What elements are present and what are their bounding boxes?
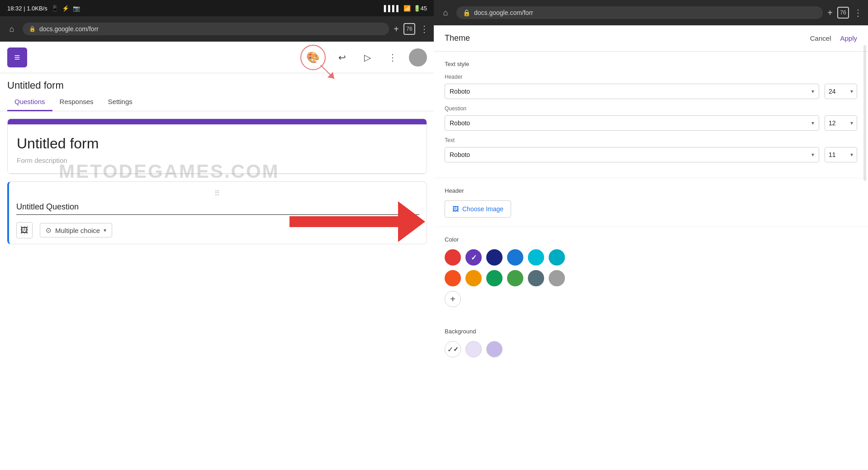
bg-swatch-dark[interactable] (486, 341, 503, 357)
forms-toolbar: ≡ 🎨 ↩ ▷ ⋮ (0, 42, 434, 73)
header-section-label: Header (445, 187, 857, 194)
browser-chrome-dark: ⌂ 🔒 docs.google.com/forr + 76 ⋮ (0, 16, 434, 42)
color-swatch-teal-cyan[interactable] (549, 249, 565, 266)
text-size-select[interactable]: 11 ▾ (825, 147, 857, 162)
palette-button[interactable]: 🎨 (300, 45, 326, 70)
color-swatch-navy[interactable] (486, 249, 503, 266)
palette-wrapper: 🎨 (300, 45, 326, 70)
theme-header: Theme Cancel Apply (434, 25, 868, 52)
color-swatch-orange[interactable] (445, 270, 461, 286)
header-font-select[interactable]: Roboto ▾ (445, 84, 819, 99)
color-swatch-grey[interactable] (549, 270, 565, 286)
bg-swatch-white[interactable]: ✓ (445, 341, 461, 357)
form-title-large[interactable]: Untitled form (17, 135, 417, 152)
color-swatch-blue[interactable] (507, 249, 523, 266)
tab-count-left[interactable]: 76 (403, 23, 415, 35)
chevron-header-size-icon: ▾ (850, 88, 853, 95)
home-icon[interactable]: ⌂ (5, 23, 18, 35)
url-text-right: docs.google.com/forr (474, 9, 533, 16)
color-swatch-teal[interactable] (486, 270, 503, 286)
text-style-section: Text style Header Roboto ▾ 24 ▾ Question… (434, 52, 868, 178)
right-panel: ⌂ 🔒 docs.google.com/forr + 76 ⋮ Theme Ca… (434, 0, 868, 470)
theme-panel: Theme Cancel Apply Text style Header Rob… (434, 25, 868, 470)
text-style-label: Text style (445, 61, 857, 67)
text-font-row: Roboto ▾ 11 ▾ (445, 147, 857, 162)
tab-responses[interactable]: Responses (52, 93, 101, 111)
lock-icon-right: 🔒 (463, 9, 470, 16)
scrollbar[interactable] (863, 45, 866, 181)
lock-icon: 🔒 (29, 26, 36, 32)
chevron-header-icon: ▾ (811, 88, 814, 95)
tab-settings[interactable]: Settings (101, 93, 140, 111)
header-sublabel: Header (445, 74, 857, 80)
background-section: Background ✓ (434, 321, 868, 365)
question-text[interactable]: Untitled Question (16, 202, 419, 215)
browser-menu-right[interactable]: ⋮ (854, 7, 863, 18)
choose-image-label: Choose Image (462, 205, 503, 213)
new-tab-icon[interactable]: + (394, 24, 399, 34)
chevron-down-icon: ▾ (104, 227, 106, 233)
text-font-select[interactable]: Roboto ▾ (445, 147, 819, 162)
question-size-select[interactable]: 12 ▾ (825, 115, 857, 131)
header-font-row: Roboto ▾ 24 ▾ (445, 84, 857, 99)
signal-icon: ▌▌▌▌ (384, 5, 401, 12)
color-swatch-green[interactable] (507, 270, 523, 286)
undo-button[interactable]: ↩ (333, 48, 351, 66)
text-font-name: Roboto (450, 151, 470, 158)
form-title: Untitled form (7, 80, 64, 91)
color-row-add: + (445, 291, 857, 307)
user-avatar[interactable] (409, 48, 427, 66)
header-font-name: Roboto (450, 88, 470, 95)
more-options-button[interactable]: ⋮ (384, 48, 402, 66)
chevron-text-size-icon: ▾ (850, 152, 853, 158)
bg-swatch-light[interactable] (465, 341, 482, 357)
tab-questions[interactable]: Questions (7, 93, 52, 111)
color-row-1 (445, 249, 857, 266)
background-row: ✓ (445, 341, 857, 357)
color-swatch-red[interactable] (445, 249, 461, 266)
question-font-select[interactable]: Roboto ▾ (445, 115, 819, 131)
image-placeholder-button[interactable]: 🖼 (16, 222, 33, 238)
apply-button[interactable]: Apply (840, 34, 857, 42)
home-icon-right[interactable]: ⌂ (439, 6, 452, 19)
tab-add-right[interactable]: + (827, 8, 833, 18)
whatsapp-icon: 📱 (51, 5, 58, 12)
color-swatch-cyan[interactable] (528, 249, 544, 266)
form-description[interactable]: Form description (17, 157, 417, 164)
send-button[interactable]: ▷ (358, 48, 376, 66)
url-bar-left[interactable]: 🔒 docs.google.com/forr (23, 23, 389, 35)
background-label: Background (445, 328, 857, 335)
form-tabs: Questions Responses Settings (0, 93, 434, 111)
color-swatch-bluegrey[interactable] (528, 270, 544, 286)
color-swatch-amber[interactable] (465, 270, 482, 286)
add-color-button[interactable]: + (445, 291, 461, 307)
header-size-select[interactable]: 24 ▾ (825, 84, 857, 99)
color-section: Color + (434, 227, 868, 321)
form-header-bar (8, 119, 427, 124)
text-sublabel: Text (445, 137, 857, 143)
header-image-section: Header 🖼 Choose Image (434, 178, 868, 227)
question-font-row: Roboto ▾ 12 ▾ (445, 115, 857, 131)
chevron-question-icon: ▾ (811, 120, 814, 126)
forms-logo: ≡ (7, 47, 27, 67)
question-type-row: 🖼 ⊙ Multiple choice ▾ (16, 222, 419, 238)
question-font-name: Roboto (450, 119, 470, 127)
color-section-label: Color (445, 236, 857, 243)
question-type-select[interactable]: ⊙ Multiple choice ▾ (40, 223, 112, 237)
browser-menu-left[interactable]: ⋮ (420, 24, 429, 34)
question-type-label: Multiple choice (55, 227, 100, 234)
left-panel: 18:32 | 1.0KB/s 📱 ⚡ 📷 ▌▌▌▌ 📶 🔋45 ⌂ 🔒 doc… (0, 0, 434, 470)
status-left: 18:32 | 1.0KB/s 📱 ⚡ 📷 (7, 5, 80, 12)
text-font-size: 11 (829, 151, 836, 158)
color-row-2 (445, 270, 857, 286)
status-time: 18:32 | 1.0KB/s (7, 5, 47, 12)
wifi-icon: 📶 (403, 5, 411, 12)
cancel-button[interactable]: Cancel (810, 34, 831, 42)
question-sublabel: Question (445, 105, 857, 112)
question-card: ⠿ Untitled Question 🖼 ⊙ Multiple choice … (7, 181, 427, 244)
color-swatch-purple[interactable] (465, 249, 482, 266)
choose-image-button[interactable]: 🖼 Choose Image (445, 200, 511, 218)
url-bar-right[interactable]: 🔒 docs.google.com/forr (456, 6, 823, 19)
tab-count-right[interactable]: 76 (837, 7, 849, 19)
form-header-content: Untitled form Form description (8, 124, 427, 174)
